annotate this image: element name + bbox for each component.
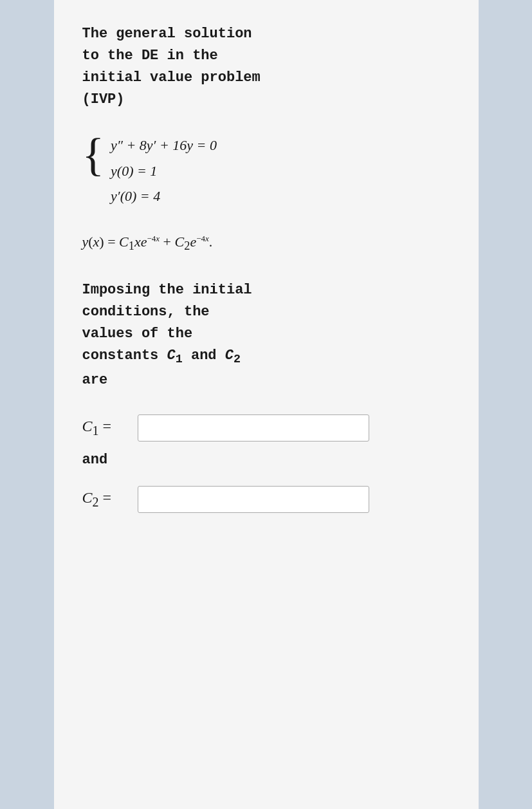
ivp-eq2: y(0) = 1	[111, 160, 217, 182]
ivp-eq3: y′(0) = 4	[111, 185, 217, 207]
imposing-line1: Imposing the initial	[82, 282, 252, 298]
imposing-line2: conditions, the	[82, 304, 210, 320]
intro-line2: to the DE in the	[82, 48, 218, 64]
general-solution: y(x) = C1xe−4x + C2e−4x.	[82, 230, 450, 256]
imposing-paragraph: Imposing the initial conditions, the val…	[82, 279, 450, 391]
and-label: and	[82, 452, 450, 468]
c2-label: C2 =	[82, 489, 127, 510]
brace-symbol: {	[82, 131, 105, 178]
c2-row: C2 =	[82, 486, 450, 513]
intro-line4: (IVP)	[82, 91, 125, 107]
c1-label: C1 =	[82, 418, 127, 438]
main-card: The general solution to the DE in the in…	[54, 0, 479, 809]
intro-paragraph: The general solution to the DE in the in…	[82, 23, 450, 111]
ivp-equations: y″ + 8y′ + 16y = 0 y(0) = 1 y′(0) = 4	[111, 134, 217, 207]
imposing-line4: constants C1 and C2	[82, 348, 241, 364]
c1-row: C1 =	[82, 414, 450, 442]
imposing-line5: are	[82, 372, 108, 388]
c1-input[interactable]	[138, 414, 369, 442]
ivp-system: { y″ + 8y′ + 16y = 0 y(0) = 1 y′(0) = 4	[82, 134, 450, 207]
c2-input[interactable]	[138, 486, 369, 513]
intro-line3: initial value problem	[82, 70, 261, 86]
intro-line1: The general solution	[82, 26, 252, 42]
ivp-eq1: y″ + 8y′ + 16y = 0	[111, 134, 217, 156]
imposing-line3: values of the	[82, 326, 193, 342]
